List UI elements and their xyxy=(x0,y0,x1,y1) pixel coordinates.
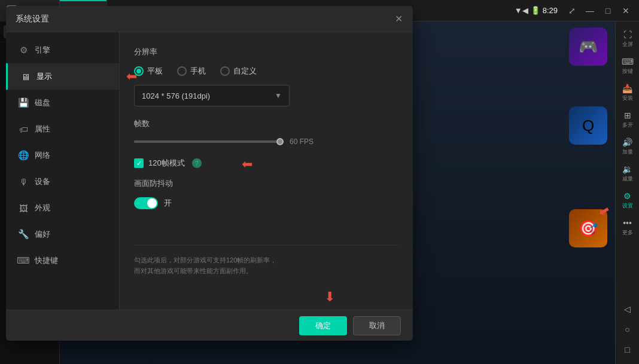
nav-device-label: 设备 xyxy=(35,176,50,187)
stabilize-on-label: 开 xyxy=(164,198,172,209)
app-thumb-purple: 🎮 xyxy=(569,27,607,66)
sidebar-back[interactable]: ◁ xyxy=(617,301,638,319)
fullscreen-icon: ⛶ xyxy=(623,30,632,39)
nav-network[interactable]: 🌐 网络 xyxy=(6,142,119,169)
stabilize-title: 画面防抖动 xyxy=(134,178,398,189)
fps120-row: ✓ 120帧模式 ? ⬅ xyxy=(134,158,398,169)
resolution-select[interactable]: 1024 * 576 (191dpi) ▼ xyxy=(134,85,290,106)
right-sidebar: ⛶ 全屏 ⌨ 按键 📥 安装 ⊞ 多开 🔊 加量 🔉 减量 ⚙ 设置 ••• 更… xyxy=(615,22,639,364)
select-chevron-icon: ▼ xyxy=(275,91,282,100)
nav-appearance[interactable]: 🖼 外观 xyxy=(6,195,119,221)
fps120-info-icon[interactable]: ? xyxy=(192,158,202,168)
confirm-button[interactable]: 确定 xyxy=(299,316,347,335)
settings-label: 设置 xyxy=(622,202,633,210)
nav-disk[interactable]: 💾 磁盘 xyxy=(6,90,119,116)
appearance-icon: 🖼 xyxy=(18,203,29,213)
settings-nav: ⚙ 引擎 🖥 显示 ⬅ 💾 磁盘 🏷 属性 🌐 网络 🎙 xyxy=(6,32,120,310)
nav-property[interactable]: 🏷 属性 xyxy=(6,116,119,142)
install-label: 安装 xyxy=(622,94,633,102)
dialog-body: ⚙ 引擎 🖥 显示 ⬅ 💾 磁盘 🏷 属性 🌐 网络 🎙 xyxy=(6,32,413,310)
toggle-knob xyxy=(147,198,157,208)
recent-icon: □ xyxy=(625,345,629,354)
nav-property-label: 属性 xyxy=(35,124,50,134)
dialog-footer: ⬇ 确定 取消 xyxy=(6,310,413,341)
fps-slider[interactable] xyxy=(134,140,284,143)
nav-display-label: 显示 xyxy=(36,71,52,82)
expand-button[interactable]: ⤢ xyxy=(564,2,580,19)
dialog-header: 系统设置 ✕ xyxy=(6,6,413,32)
nav-device[interactable]: 🎙 设备 xyxy=(6,169,119,195)
fps120-checkbox[interactable]: ✓ xyxy=(134,158,144,168)
cancel-button[interactable]: 取消 xyxy=(353,316,401,335)
wifi-icon: ▼◀ xyxy=(515,6,528,15)
radio-phone[interactable]: 手机 xyxy=(177,66,206,77)
radio-phone-label: 手机 xyxy=(190,66,206,77)
resolution-radio-group: 平板 手机 自定义 xyxy=(134,66,398,77)
fullscreen-label: 全屏 xyxy=(622,41,633,48)
sidebar-recent[interactable]: □ xyxy=(617,341,638,359)
status-icons: ▼◀ 🔋 8:29 xyxy=(510,6,562,15)
vol-up-label: 加量 xyxy=(622,148,633,156)
nav-shortcut[interactable]: ⌨ 快捷键 xyxy=(6,247,119,274)
keyboard-icon: ⌨ xyxy=(622,57,634,66)
minimize-button[interactable]: — xyxy=(582,2,598,19)
app-thumb-blue: Q xyxy=(569,106,607,145)
radio-tablet[interactable]: 平板 xyxy=(134,66,163,77)
shortcut-icon: ⌨ xyxy=(18,255,29,266)
home-icon: ○ xyxy=(625,325,629,334)
maximize-button[interactable]: □ xyxy=(600,2,616,19)
device-icon: 🎙 xyxy=(18,177,29,187)
engine-icon: ⚙ xyxy=(18,45,29,56)
sidebar-multi[interactable]: ⊞ 多开 xyxy=(617,107,638,133)
nav-shortcut-label: 快捷键 xyxy=(35,255,58,266)
close-button[interactable]: ✕ xyxy=(617,2,634,19)
stabilize-section: 画面防抖动 开 xyxy=(134,178,398,209)
radio-custom-label: 自定义 xyxy=(233,66,257,77)
resolution-value: 1024 * 576 (191dpi) xyxy=(142,91,210,100)
fps-slider-thumb xyxy=(276,138,284,145)
sidebar-vol-up[interactable]: 🔊 加量 xyxy=(617,134,638,160)
display-arrow: ⬅ xyxy=(126,69,137,84)
sidebar-vol-down[interactable]: 🔉 减量 xyxy=(617,161,638,186)
time-display: 8:29 xyxy=(543,6,558,15)
dialog-title: 系统设置 xyxy=(16,14,49,25)
property-icon: 🏷 xyxy=(18,124,29,134)
sidebar-keyboard[interactable]: ⌨ 按键 xyxy=(617,53,638,79)
settings-content: 分辨率 平板 手机 自定义 1024 * 576 (191dpi) ▼ xyxy=(120,32,413,310)
fps-title: 帧数 xyxy=(134,118,398,129)
vol-down-icon: 🔉 xyxy=(622,164,632,174)
checkmark-icon: ✓ xyxy=(136,160,142,167)
fps-slider-fill xyxy=(134,140,284,143)
settings-dialog: 系统设置 ✕ ⚙ 引擎 🖥 显示 ⬅ 💾 磁盘 🏷 属性 xyxy=(6,6,413,341)
info-text: 勾选此项后，对部分游戏可支持120帧的刷新率，而对其他游戏可能带来性能方面副作用… xyxy=(134,245,398,276)
sidebar-more[interactable]: ••• 更多 xyxy=(617,215,638,240)
sidebar-settings[interactable]: ⚙ 设置 xyxy=(617,188,638,213)
preference-icon: 🔧 xyxy=(18,229,29,240)
fps120-arrow: ⬅ xyxy=(242,157,252,172)
radio-custom[interactable]: 自定义 xyxy=(220,66,257,77)
sidebar-fullscreen[interactable]: ⛶ 全屏 xyxy=(617,26,638,52)
nav-display[interactable]: 🖥 显示 ⬅ xyxy=(6,63,119,90)
sidebar-home[interactable]: ○ xyxy=(617,321,638,339)
battery-icon: 🔋 xyxy=(531,6,540,15)
keyboard-label: 按键 xyxy=(622,68,633,75)
vol-up-icon: 🔊 xyxy=(622,137,632,147)
nav-disk-label: 磁盘 xyxy=(35,97,50,108)
stabilize-toggle[interactable] xyxy=(134,197,158,209)
nav-network-label: 网络 xyxy=(35,150,50,161)
fps120-label: 120帧模式 xyxy=(148,158,185,169)
nav-preference[interactable]: 🔧 偏好 xyxy=(6,221,119,247)
multi-icon: ⊞ xyxy=(624,111,631,120)
display-icon: 🖥 xyxy=(20,72,31,82)
nav-preference-label: 偏好 xyxy=(35,229,50,240)
nav-engine[interactable]: ⚙ 引擎 xyxy=(6,37,119,63)
radio-phone-circle xyxy=(177,66,187,76)
dialog-close-button[interactable]: ✕ xyxy=(391,12,406,26)
settings-icon: ⚙ xyxy=(623,191,631,201)
vol-down-label: 减量 xyxy=(622,175,633,183)
multi-label: 多开 xyxy=(622,121,633,129)
radio-tablet-label: 平板 xyxy=(147,66,163,77)
nav-engine-label: 引擎 xyxy=(35,45,50,56)
radio-custom-circle xyxy=(220,66,230,76)
sidebar-install[interactable]: 📥 安装 xyxy=(617,80,638,106)
